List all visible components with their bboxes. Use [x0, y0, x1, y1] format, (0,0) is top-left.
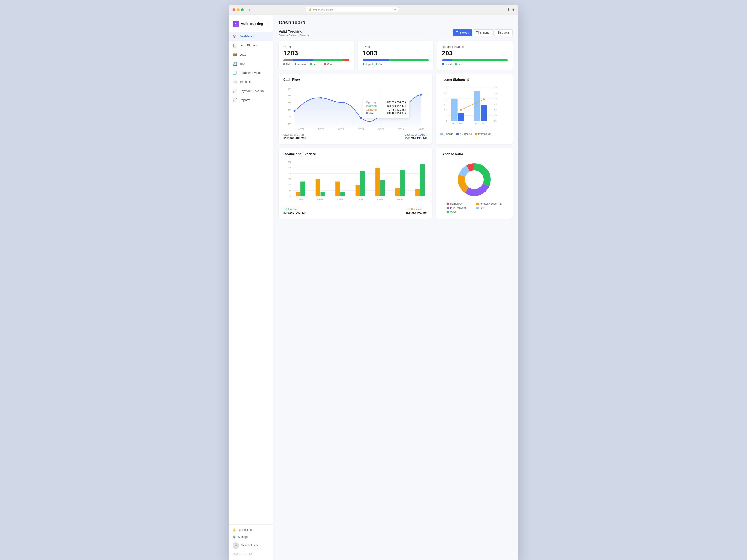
invoice-paid-dot: [376, 63, 378, 65]
sidebar-item-reports[interactable]: 📈 Reports: [229, 96, 273, 105]
svg-text:250: 250: [288, 167, 291, 169]
profit-margin-dot-2: [483, 99, 485, 100]
total-income-value: IDR 263.142.424: [283, 211, 306, 214]
legend-invoice-paid: Paid: [376, 63, 383, 65]
donut-legend-fuel: Fuel: [476, 207, 502, 209]
fuel-label: Fuel: [480, 207, 484, 209]
settings-label: Settings: [238, 535, 248, 538]
income-statement-title: Income Statement: [440, 78, 508, 81]
expense-ratio-card: Expense Ratio: [436, 148, 513, 219]
tooltip-incoming-label: Incoming: [366, 105, 377, 107]
this-year-button[interactable]: This year: [494, 29, 513, 36]
retainer-unpaid-dot: [442, 63, 444, 65]
sidebar-item-load-planner-label: Load Planner: [239, 44, 257, 47]
retainer-card: Retainer Invoice 203 Unpaid Paid: [437, 41, 513, 70]
income-expense-card: Income and Expense 300: [279, 148, 432, 219]
back-arrow[interactable]: ‹: [247, 8, 248, 12]
cashflow-end-label[interactable]: Cash as on 10/8/23: [405, 133, 428, 136]
sidebar-item-invoices[interactable]: 📄 Invoices: [229, 77, 273, 86]
order-segment-make: [283, 59, 293, 61]
dashboard-icon: 🏠: [232, 34, 237, 38]
minimize-button[interactable]: [237, 8, 239, 11]
share-icon[interactable]: ⬆: [507, 7, 510, 12]
forward-arrow[interactable]: ›: [249, 8, 250, 12]
cashflow-dot-2: [320, 97, 322, 99]
order-card: Order 1283 Make: [279, 41, 354, 70]
address-bar[interactable]: 🔒 transporta.id/valid ↻: [306, 7, 399, 12]
legend-retainer-paid: Paid: [455, 63, 462, 65]
notifications-item[interactable]: 🔔 Notifications: [232, 526, 269, 533]
retainer-segment-paid: [452, 59, 508, 61]
svg-text:28/7/23 - 3/8/23: 28/7/23 - 3/8/23: [452, 123, 463, 124]
donut-center: [465, 171, 483, 189]
invoice-segment-unpaid: [363, 59, 389, 61]
cashflow-title: Cash Flow: [283, 78, 428, 81]
order-segment-canceled: [343, 59, 350, 61]
income-statement-card: Income Statement 300: [436, 74, 513, 144]
ie-bar-7-expense: [415, 189, 420, 196]
svg-text:300: 300: [288, 161, 291, 163]
sidebar-item-dashboard[interactable]: 🏠 Dashboard: [229, 32, 273, 41]
svg-text:9/8/23: 9/8/23: [397, 198, 403, 201]
trip-icon: 🔄: [232, 61, 237, 66]
ie-chart: 300 250 200 150 100 50 0: [283, 159, 428, 205]
tooltip-opening-value: IDR 203.084.238: [386, 101, 406, 104]
donut-legend-accessory: Accessory Driver Pay: [476, 203, 502, 205]
user-profile-item[interactable]: JS Joseph Smith: [232, 540, 269, 551]
driver-advance-label: Driver Advance: [450, 207, 466, 209]
svg-text:100: 100: [288, 184, 291, 186]
url-text: transporta.id/valid: [313, 8, 334, 11]
retainer-label: Retainer Invoice: [442, 45, 508, 49]
cashflow-dot-3: [340, 102, 342, 103]
revenue-legend-label: Revenue: [444, 133, 453, 135]
this-month-button[interactable]: This month: [473, 29, 493, 36]
ie-bar-4-income: [360, 171, 365, 196]
tooltip-incoming-value: IDR 263.142.424: [386, 105, 406, 107]
donut-legend-other: Other: [446, 211, 472, 213]
sidebar-item-trip-label: Trip: [239, 62, 244, 65]
maximize-button[interactable]: [241, 8, 244, 11]
sidebar-item-payment-records[interactable]: 📊 Payment Records: [229, 86, 273, 96]
total-expense-label: Total Expense: [406, 208, 428, 211]
settings-item[interactable]: ⚙️ Settings: [232, 533, 269, 540]
order-value: 1283: [283, 50, 350, 57]
this-week-button[interactable]: This week: [453, 29, 472, 36]
cashflow-chart: Opening IDR 203.084.238 Incoming IDR 263…: [283, 84, 428, 131]
cashflow-footnote: Cash as on 3/8/23 IDR 203.084.238 Cash a…: [283, 133, 428, 140]
total-expense-amount: IDR 83.491.984: [406, 211, 428, 214]
reports-icon: 📈: [232, 98, 237, 102]
time-filters: This week This month This year: [453, 29, 513, 36]
bar-period1-revenue: [452, 99, 458, 121]
svg-text:50: 50: [289, 189, 291, 192]
sidebar-item-invoices-label: Invoices: [239, 80, 251, 83]
donut-legend-driver-advance: Driver Advance: [446, 207, 472, 209]
svg-text:200: 200: [288, 172, 291, 175]
load-icon: 📦: [232, 52, 237, 57]
legend-intransit: In Transit: [294, 63, 307, 65]
ie-bar-5-expense: [376, 168, 380, 196]
net-income-legend-dot: [456, 133, 459, 135]
sidebar-brand[interactable]: V Valid Trucking ⌄: [229, 19, 273, 32]
make-dot: [283, 63, 285, 65]
retainer-legend: Unpaid Paid: [442, 63, 508, 65]
close-button[interactable]: [232, 8, 235, 11]
sidebar-item-load-planner[interactable]: 📋 Load Planner: [229, 41, 273, 50]
income-chart: 300 250 200 150 100 50 0 30% 25% 20% 15%: [440, 84, 508, 131]
svg-text:4/8/23: 4/8/23: [298, 128, 304, 130]
income-statement-legend: Revenue Net Income Profit Margin: [440, 133, 508, 135]
invoice-label: Invoice: [363, 45, 429, 49]
sidebar-item-retainer[interactable]: 🧾 Retainer Invoice: [229, 68, 273, 77]
sidebar-item-load[interactable]: 📦 Load: [229, 50, 273, 59]
net-income-legend-label: Net Income: [460, 133, 471, 135]
invoice-segment-paid: [389, 59, 429, 61]
sidebar-item-trip[interactable]: 🔄 Trip: [229, 59, 273, 68]
new-tab-icon[interactable]: +: [512, 7, 515, 12]
svg-text:400: 400: [288, 88, 291, 90]
notifications-icon: 🔔: [232, 528, 236, 532]
total-income: Total Income IDR 263.142.424: [283, 208, 306, 214]
load-planner-icon: 📋: [232, 43, 237, 48]
cashflow-start-value: IDR 203.084.238: [283, 136, 306, 140]
svg-text:5/8/23: 5/8/23: [318, 128, 324, 130]
bar-period2-netincome: [481, 105, 487, 121]
sidebar-item-dashboard-label: Dashboard: [239, 34, 255, 38]
